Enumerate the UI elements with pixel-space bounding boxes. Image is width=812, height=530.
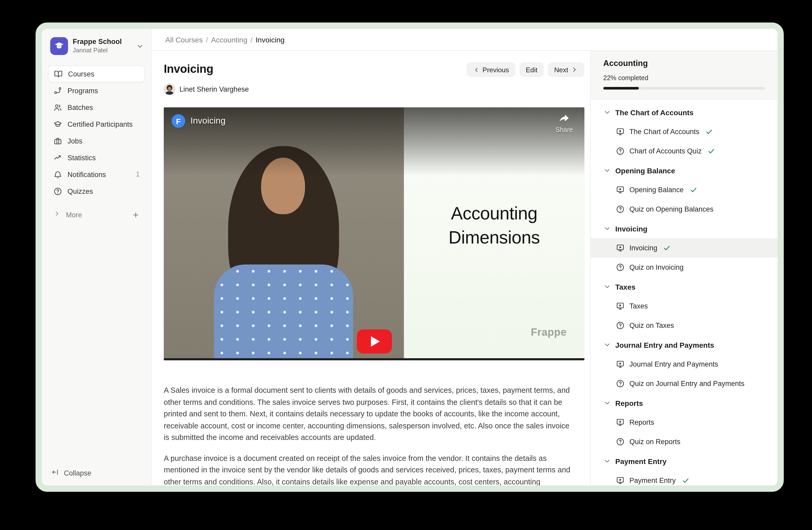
author-avatar — [164, 83, 175, 95]
completed-check-icon — [663, 244, 671, 252]
sidebar-item-more[interactable]: More — [48, 207, 145, 223]
outline-section-title: Invoicing — [615, 224, 648, 233]
outline-item-label: Quiz on Journal Entry and Payments — [629, 380, 744, 388]
progress-bar — [603, 87, 765, 89]
sidebar-item-label: Certified Participants — [68, 120, 133, 128]
outline-item-label: Taxes — [629, 302, 648, 310]
outline-item-label: Payment Entry — [629, 477, 676, 485]
outline-section-journal-entry-and-payments[interactable]: Journal Entry and Payments — [603, 335, 765, 354]
breadcrumb-accounting[interactable]: Accounting — [211, 36, 247, 44]
lesson-video-icon — [616, 243, 625, 252]
outline-section-title: Payment Entry — [615, 457, 667, 465]
help-circle-icon — [53, 187, 62, 196]
outline-section-title: Journal Entry and Payments — [615, 341, 714, 349]
play-button[interactable] — [357, 330, 392, 353]
video-titlebar: F Invoicing — [172, 114, 226, 128]
outline-item-taxes[interactable]: Taxes — [603, 296, 765, 316]
course-title: Accounting — [603, 59, 765, 68]
graduation-cap-icon — [53, 120, 62, 128]
quiz-icon — [616, 321, 625, 330]
chevron-down-icon — [603, 225, 611, 233]
channel-avatar[interactable]: F — [172, 114, 185, 128]
outline-item-quiz-on-reports-quiz[interactable]: Quiz on Reports — [603, 432, 765, 451]
outline-item-invoicing[interactable]: Invoicing — [591, 238, 778, 258]
video-player[interactable]: Accounting Dimensions Frappe F Invoicing — [164, 107, 584, 360]
outline-item-opening-balance[interactable]: Opening Balance — [603, 180, 765, 199]
chevron-down-icon — [603, 108, 611, 116]
outline-section-invoicing[interactable]: Invoicing — [603, 219, 765, 238]
collapse-sidebar-button[interactable]: Collapse — [48, 468, 145, 478]
outline-item-the-chart-of-accounts[interactable]: The Chart of Accounts — [603, 122, 765, 141]
breadcrumb-invoicing: Invoicing — [256, 36, 285, 44]
chevron-down-icon — [603, 341, 611, 349]
sidebar-item-notifications[interactable]: Notifications1 — [48, 166, 145, 183]
outline-section-opening-balance[interactable]: Opening Balance — [603, 161, 765, 180]
outline-item-label: Chart of Accounts Quiz — [629, 147, 701, 155]
completed-check-icon — [705, 128, 713, 136]
screen: Frappe School Jannat Patel CoursesProgra… — [0, 0, 812, 530]
outline-item-quiz-on-opening-balances-quiz[interactable]: Quiz on Opening Balances — [603, 199, 765, 219]
video-progress-bar[interactable] — [164, 358, 584, 360]
share-arrow-icon — [559, 114, 570, 125]
outline-item-label: Quiz on Invoicing — [629, 263, 684, 271]
outline-section-title: The Chart of Accounts — [615, 108, 694, 116]
outline-item-label: Reports — [629, 418, 654, 426]
sidebar-item-label: Batches — [68, 103, 93, 111]
author-name: Linet Sherin Varghese — [179, 85, 249, 93]
outline-item-quiz-on-journal-entry-and-payments-quiz[interactable]: Quiz on Journal Entry and Payments — [603, 374, 765, 393]
breadcrumb-all-courses[interactable]: All Courses — [165, 36, 203, 44]
lesson-paragraph-1: A Sales invoice is a formal document sen… — [164, 385, 573, 443]
sidebar-item-statistics[interactable]: Statistics — [48, 149, 145, 166]
sidebar-item-courses[interactable]: Courses — [48, 66, 145, 82]
chevron-down-icon — [603, 283, 611, 291]
outline-item-quiz-on-taxes-quiz[interactable]: Quiz on Taxes — [603, 316, 765, 335]
breadcrumb: All Courses/Accounting/Invoicing — [165, 36, 285, 44]
outline-item-quiz-on-invoicing-quiz[interactable]: Quiz on Invoicing — [603, 258, 765, 277]
share-label: Share — [555, 126, 573, 134]
sidebar-item-jobs[interactable]: Jobs — [48, 132, 145, 149]
quiz-icon — [616, 205, 625, 214]
share-button[interactable]: Share — [555, 114, 573, 134]
quiz-icon — [616, 263, 625, 272]
frappe-watermark: Frappe — [531, 326, 567, 338]
breadcrumb-separator: / — [251, 36, 253, 44]
app-window: Frappe School Jannat Patel CoursesProgra… — [35, 23, 784, 492]
sidebar-item-batches[interactable]: Batches — [48, 99, 145, 116]
edit-button[interactable]: Edit — [520, 62, 544, 77]
collapse-panel-icon — [51, 468, 59, 478]
outline-item-reports[interactable]: Reports — [603, 413, 765, 432]
outline-item-label: Invoicing — [629, 244, 657, 252]
video-title[interactable]: Invoicing — [190, 116, 226, 126]
outline-section-reports[interactable]: Reports — [603, 393, 765, 413]
sidebar-item-label: Jobs — [68, 137, 83, 145]
outline-section-the-chart-of-accounts[interactable]: The Chart of Accounts — [603, 103, 765, 122]
sidebar-item-certified-participants[interactable]: Certified Participants — [48, 116, 145, 132]
breadcrumb-separator: / — [206, 36, 208, 44]
sidebar-item-label: Courses — [68, 70, 95, 78]
previous-button[interactable]: Previous — [467, 62, 516, 77]
progress-label: 22% completed — [603, 74, 765, 82]
chevron-down-icon — [136, 42, 144, 50]
lesson-paragraph-2: A purchase invoice is a document created… — [164, 452, 573, 486]
next-button[interactable]: Next — [548, 62, 584, 77]
chevron-right-icon — [571, 66, 578, 73]
sidebar-item-programs[interactable]: Programs — [48, 82, 145, 99]
programs-icon — [53, 86, 62, 95]
chevron-down-icon — [603, 399, 611, 407]
chevron-left-icon — [473, 66, 480, 73]
outline-section-taxes[interactable]: Taxes — [603, 277, 765, 296]
outline-section-payment-entry[interactable]: Payment Entry — [603, 451, 765, 471]
users-icon — [53, 103, 62, 112]
outline-item-payment-entry[interactable]: Payment Entry — [603, 471, 765, 486]
workspace-switcher[interactable]: Frappe School Jannat Patel — [48, 35, 145, 57]
chevron-down-icon — [603, 457, 611, 465]
add-sidebar-section-button[interactable] — [132, 211, 140, 219]
outline-item-label: Quiz on Taxes — [629, 322, 674, 330]
chevron-right-icon — [53, 210, 61, 220]
outline-item-chart-of-accounts-quiz-quiz[interactable]: Chart of Accounts Quiz — [603, 141, 765, 161]
quiz-icon — [616, 379, 625, 388]
outline-item-journal-entry-and-payments[interactable]: Journal Entry and Payments — [603, 354, 765, 374]
sidebar-nav: CoursesProgramsBatchesCertified Particip… — [48, 66, 145, 199]
sidebar-item-quizzes[interactable]: Quizzes — [48, 183, 145, 199]
lesson-video-icon — [616, 360, 625, 369]
